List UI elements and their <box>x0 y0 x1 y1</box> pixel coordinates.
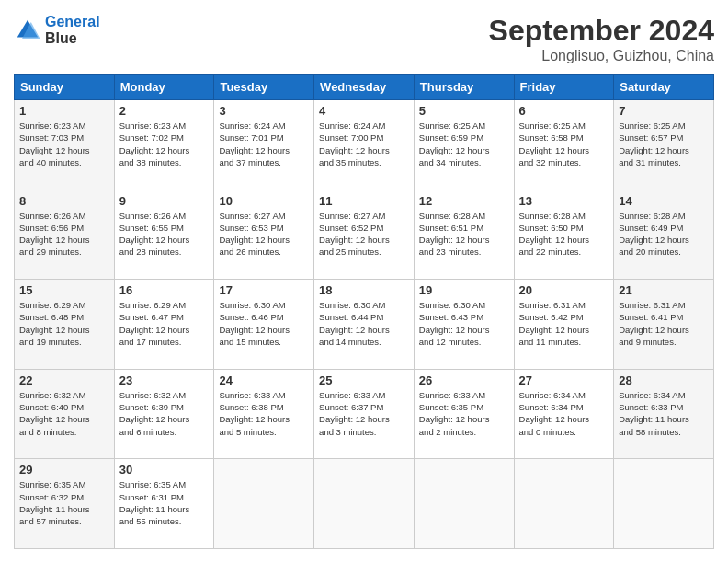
col-friday: Friday <box>514 75 614 100</box>
day-number: 22 <box>19 373 109 387</box>
day-number: 17 <box>219 283 309 297</box>
day-number: 23 <box>119 373 210 387</box>
day-number: 3 <box>219 104 309 118</box>
day-number: 24 <box>219 373 309 387</box>
day-number: 20 <box>519 283 609 297</box>
col-monday: Monday <box>114 75 214 100</box>
header: General Blue September 2024 Longlisuo, G… <box>14 14 714 64</box>
day-info: Sunrise: 6:30 AM Sunset: 6:43 PM Dayligh… <box>419 299 509 348</box>
day-number: 11 <box>319 194 409 208</box>
month-title: September 2024 <box>489 14 714 48</box>
calendar-cell <box>414 459 514 549</box>
day-info: Sunrise: 6:31 AM Sunset: 6:41 PM Dayligh… <box>619 299 709 348</box>
calendar-cell: 27Sunrise: 6:34 AM Sunset: 6:34 PM Dayli… <box>514 369 614 459</box>
col-tuesday: Tuesday <box>214 75 314 100</box>
col-thursday: Thursday <box>414 75 514 100</box>
header-row: Sunday Monday Tuesday Wednesday Thursday… <box>15 75 714 100</box>
calendar-cell: 1Sunrise: 6:23 AM Sunset: 7:03 PM Daylig… <box>15 100 115 190</box>
day-number: 9 <box>119 194 210 208</box>
calendar-cell: 20Sunrise: 6:31 AM Sunset: 6:42 PM Dayli… <box>514 280 614 370</box>
col-saturday: Saturday <box>614 75 714 100</box>
calendar-cell: 25Sunrise: 6:33 AM Sunset: 6:37 PM Dayli… <box>314 369 415 459</box>
location: Longlisuo, Guizhou, China <box>489 48 714 64</box>
day-number: 28 <box>619 373 709 387</box>
day-info: Sunrise: 6:29 AM Sunset: 6:48 PM Dayligh… <box>19 299 109 348</box>
day-number: 30 <box>119 463 210 477</box>
day-info: Sunrise: 6:26 AM Sunset: 6:55 PM Dayligh… <box>119 210 210 259</box>
day-number: 15 <box>19 283 109 297</box>
logo-icon <box>14 17 41 44</box>
calendar-cell: 15Sunrise: 6:29 AM Sunset: 6:48 PM Dayli… <box>15 280 115 370</box>
day-info: Sunrise: 6:31 AM Sunset: 6:42 PM Dayligh… <box>519 299 609 348</box>
calendar-cell: 16Sunrise: 6:29 AM Sunset: 6:47 PM Dayli… <box>114 280 214 370</box>
day-info: Sunrise: 6:35 AM Sunset: 6:32 PM Dayligh… <box>19 478 109 527</box>
calendar-cell: 14Sunrise: 6:28 AM Sunset: 6:49 PM Dayli… <box>614 190 714 280</box>
day-number: 29 <box>19 463 109 477</box>
col-sunday: Sunday <box>15 75 115 100</box>
day-number: 2 <box>119 104 210 118</box>
calendar-cell: 5Sunrise: 6:25 AM Sunset: 6:59 PM Daylig… <box>414 100 514 190</box>
day-number: 13 <box>519 194 609 208</box>
day-info: Sunrise: 6:24 AM Sunset: 7:00 PM Dayligh… <box>319 120 409 168</box>
day-info: Sunrise: 6:23 AM Sunset: 7:02 PM Dayligh… <box>119 120 210 168</box>
day-number: 16 <box>119 283 210 297</box>
day-info: Sunrise: 6:28 AM Sunset: 6:49 PM Dayligh… <box>619 210 709 259</box>
day-info: Sunrise: 6:32 AM Sunset: 6:40 PM Dayligh… <box>19 389 109 438</box>
day-info: Sunrise: 6:24 AM Sunset: 7:01 PM Dayligh… <box>219 120 309 168</box>
day-info: Sunrise: 6:27 AM Sunset: 6:53 PM Dayligh… <box>219 210 309 259</box>
calendar-cell: 24Sunrise: 6:33 AM Sunset: 6:38 PM Dayli… <box>214 369 314 459</box>
day-number: 25 <box>319 373 409 387</box>
col-wednesday: Wednesday <box>314 75 415 100</box>
calendar-cell: 10Sunrise: 6:27 AM Sunset: 6:53 PM Dayli… <box>214 190 314 280</box>
day-info: Sunrise: 6:28 AM Sunset: 6:51 PM Dayligh… <box>419 210 509 259</box>
day-info: Sunrise: 6:33 AM Sunset: 6:38 PM Dayligh… <box>219 389 309 438</box>
calendar-cell <box>514 459 614 549</box>
calendar-table: Sunday Monday Tuesday Wednesday Thursday… <box>14 74 714 549</box>
day-number: 5 <box>419 104 509 118</box>
day-number: 14 <box>619 194 709 208</box>
calendar-cell <box>214 459 314 549</box>
calendar-cell: 11Sunrise: 6:27 AM Sunset: 6:52 PM Dayli… <box>314 190 415 280</box>
day-info: Sunrise: 6:33 AM Sunset: 6:37 PM Dayligh… <box>319 389 409 438</box>
day-number: 4 <box>319 104 409 118</box>
calendar-cell: 6Sunrise: 6:25 AM Sunset: 6:58 PM Daylig… <box>514 100 614 190</box>
day-number: 27 <box>519 373 609 387</box>
day-info: Sunrise: 6:26 AM Sunset: 6:56 PM Dayligh… <box>19 210 109 259</box>
day-info: Sunrise: 6:27 AM Sunset: 6:52 PM Dayligh… <box>319 210 409 259</box>
calendar-cell: 13Sunrise: 6:28 AM Sunset: 6:50 PM Dayli… <box>514 190 614 280</box>
calendar-cell: 7Sunrise: 6:25 AM Sunset: 6:57 PM Daylig… <box>614 100 714 190</box>
calendar-cell: 12Sunrise: 6:28 AM Sunset: 6:51 PM Dayli… <box>414 190 514 280</box>
day-number: 21 <box>619 283 709 297</box>
day-number: 19 <box>419 283 509 297</box>
calendar-cell: 4Sunrise: 6:24 AM Sunset: 7:00 PM Daylig… <box>314 100 415 190</box>
day-info: Sunrise: 6:29 AM Sunset: 6:47 PM Dayligh… <box>119 299 210 348</box>
day-info: Sunrise: 6:35 AM Sunset: 6:31 PM Dayligh… <box>119 478 210 527</box>
day-info: Sunrise: 6:33 AM Sunset: 6:35 PM Dayligh… <box>419 389 509 438</box>
day-number: 6 <box>519 104 609 118</box>
day-number: 12 <box>419 194 509 208</box>
day-info: Sunrise: 6:25 AM Sunset: 6:59 PM Dayligh… <box>419 120 509 168</box>
calendar-cell: 21Sunrise: 6:31 AM Sunset: 6:41 PM Dayli… <box>614 280 714 370</box>
day-info: Sunrise: 6:30 AM Sunset: 6:46 PM Dayligh… <box>219 299 309 348</box>
logo: General Blue <box>14 14 100 47</box>
calendar-cell: 30Sunrise: 6:35 AM Sunset: 6:31 PM Dayli… <box>114 459 214 549</box>
day-info: Sunrise: 6:25 AM Sunset: 6:57 PM Dayligh… <box>619 120 709 168</box>
logo-text: General Blue <box>45 14 100 47</box>
day-info: Sunrise: 6:25 AM Sunset: 6:58 PM Dayligh… <box>519 120 609 168</box>
day-info: Sunrise: 6:30 AM Sunset: 6:44 PM Dayligh… <box>319 299 409 348</box>
day-number: 7 <box>619 104 709 118</box>
calendar-cell: 8Sunrise: 6:26 AM Sunset: 6:56 PM Daylig… <box>15 190 115 280</box>
day-info: Sunrise: 6:32 AM Sunset: 6:39 PM Dayligh… <box>119 389 210 438</box>
calendar-cell <box>614 459 714 549</box>
week-row-2: 8Sunrise: 6:26 AM Sunset: 6:56 PM Daylig… <box>15 190 714 280</box>
calendar-cell: 17Sunrise: 6:30 AM Sunset: 6:46 PM Dayli… <box>214 280 314 370</box>
day-info: Sunrise: 6:28 AM Sunset: 6:50 PM Dayligh… <box>519 210 609 259</box>
calendar-cell: 23Sunrise: 6:32 AM Sunset: 6:39 PM Dayli… <box>114 369 214 459</box>
day-number: 10 <box>219 194 309 208</box>
day-number: 18 <box>319 283 409 297</box>
calendar-cell: 29Sunrise: 6:35 AM Sunset: 6:32 PM Dayli… <box>15 459 115 549</box>
calendar-cell: 22Sunrise: 6:32 AM Sunset: 6:40 PM Dayli… <box>15 369 115 459</box>
day-info: Sunrise: 6:23 AM Sunset: 7:03 PM Dayligh… <box>19 120 109 168</box>
day-number: 1 <box>19 104 109 118</box>
calendar-cell: 3Sunrise: 6:24 AM Sunset: 7:01 PM Daylig… <box>214 100 314 190</box>
